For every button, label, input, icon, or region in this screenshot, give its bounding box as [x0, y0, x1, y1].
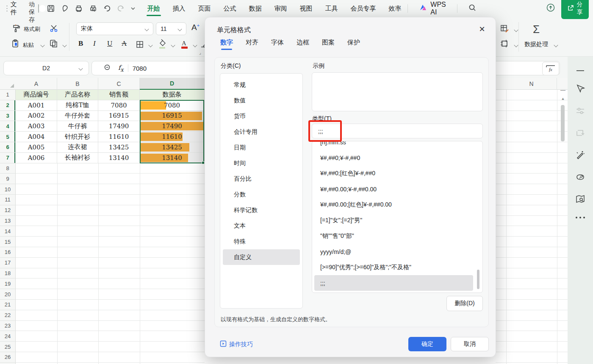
- loop-icon[interactable]: [575, 128, 585, 138]
- column-header-C[interactable]: C: [98, 78, 140, 90]
- row-header-19[interactable]: 19: [0, 279, 16, 289]
- format-item[interactable]: ;;;: [314, 275, 473, 291]
- category-item-常规[interactable]: 常规: [223, 77, 300, 93]
- menu-tab-审阅[interactable]: 审阅: [274, 3, 288, 14]
- data-processing-chevron-icon[interactable]: [554, 43, 558, 47]
- cell-code[interactable]: A004: [16, 132, 57, 142]
- row-header-8[interactable]: 8: [0, 163, 16, 174]
- tips-link[interactable]: 操作技巧: [220, 340, 253, 348]
- category-item-百分比[interactable]: 百分比: [223, 171, 300, 187]
- cell-sales[interactable]: 13425: [98, 142, 140, 153]
- increase-font-icon[interactable]: A+: [191, 23, 200, 32]
- hamburger-menu-icon[interactable]: [7, 6, 7, 11]
- magic-wand-icon[interactable]: [575, 150, 585, 160]
- cell-product[interactable]: 连衣裙: [57, 142, 98, 153]
- row-header-9[interactable]: 9: [0, 174, 16, 184]
- row-header-24[interactable]: 24: [0, 331, 16, 342]
- strikethrough-button[interactable]: A: [122, 39, 127, 48]
- cell-code[interactable]: A006: [16, 153, 57, 163]
- fill-handle[interactable]: [202, 161, 205, 164]
- data-processing-label[interactable]: 数据处理: [524, 41, 548, 48]
- format-item[interactable]: yyyy/m/d;@: [314, 244, 473, 259]
- row-header-17[interactable]: 17: [0, 258, 16, 268]
- table-header-cell[interactable]: 商品编号: [16, 90, 57, 100]
- row-header-15[interactable]: 15: [0, 237, 16, 247]
- file-menu[interactable]: 文件: [11, 0, 17, 17]
- menu-tab-效率[interactable]: 效率: [388, 3, 402, 14]
- row-header-1[interactable]: 1: [0, 90, 16, 100]
- wps-ai-button[interactable]: WPS AI: [418, 1, 446, 16]
- row-header-21[interactable]: 21: [0, 300, 16, 310]
- category-item-特殊[interactable]: 特殊: [223, 234, 300, 249]
- quick-toolbar-chevron-icon[interactable]: [130, 7, 136, 10]
- vscrollbar-thumb[interactable]: [561, 105, 565, 141]
- redo-icon[interactable]: [117, 5, 125, 12]
- menu-tab-会员专享[interactable]: 会员专享: [350, 3, 377, 14]
- format-list-scrollbar-thumb[interactable]: [477, 270, 479, 289]
- column-header-D[interactable]: D: [140, 78, 205, 90]
- leaf-document-icon[interactable]: [575, 172, 585, 182]
- column-header-B[interactable]: B: [57, 78, 98, 90]
- menu-tab-工具[interactable]: 工具: [324, 3, 339, 14]
- category-item-自定义[interactable]: 自定义: [223, 249, 300, 265]
- row-header-3[interactable]: 3: [0, 111, 16, 121]
- category-item-货币[interactable]: 货币: [223, 108, 300, 124]
- column-header-N[interactable]: N: [506, 78, 557, 90]
- font-color-icon[interactable]: A: [180, 39, 189, 51]
- cell-code[interactable]: A001: [16, 100, 57, 111]
- select-cursor-icon[interactable]: [575, 84, 585, 94]
- category-item-数值[interactable]: 数值: [223, 93, 300, 108]
- font-size-select[interactable]: 11: [156, 22, 186, 35]
- menu-tab-视图[interactable]: 视图: [299, 3, 313, 14]
- table-style-chevron-icon[interactable]: [514, 28, 518, 32]
- cell-code[interactable]: A005: [16, 142, 57, 153]
- format-item[interactable]: [>=90]"优秀";[>=60]"及格";"不及格": [314, 259, 473, 275]
- row-header-2[interactable]: 2: [0, 100, 16, 111]
- row-header-13[interactable]: 13: [0, 216, 16, 226]
- ok-button[interactable]: 确定: [408, 337, 446, 351]
- cell-databar[interactable]: 16915: [140, 111, 205, 121]
- row-header-11[interactable]: 11: [0, 195, 16, 205]
- save-icon[interactable]: [47, 4, 55, 13]
- sum-icon[interactable]: Σ: [533, 23, 540, 36]
- table-header-cell[interactable]: 数据条: [140, 90, 205, 100]
- dialog-tab-边框[interactable]: 边框: [296, 39, 309, 50]
- dialog-close-icon[interactable]: ✕: [477, 24, 487, 34]
- name-box[interactable]: D2: [3, 61, 89, 75]
- draw-border-chevron-icon[interactable]: [514, 43, 518, 47]
- cell-sales[interactable]: 13140: [98, 153, 140, 163]
- menu-tab-数据[interactable]: 数据: [248, 3, 263, 14]
- row-header-22[interactable]: 22: [0, 310, 16, 321]
- menu-tab-开始[interactable]: 开始: [147, 3, 161, 14]
- map-search-icon[interactable]: [575, 194, 585, 204]
- print-preview-icon[interactable]: [89, 4, 97, 13]
- paste-chevron-icon[interactable]: [40, 43, 44, 47]
- menu-tab-页面[interactable]: 页面: [197, 3, 212, 14]
- table-header-cell[interactable]: 销售额: [98, 90, 140, 100]
- draw-border-icon[interactable]: [500, 39, 509, 50]
- fill-color-icon[interactable]: [158, 39, 167, 51]
- group-expand-icon[interactable]: ⌟: [199, 50, 201, 55]
- format-painter-icon[interactable]: [12, 24, 21, 35]
- paste-label[interactable]: 粘贴: [23, 41, 34, 49]
- category-item-科学记数[interactable]: 科学记数: [223, 202, 300, 218]
- adjust-settings-icon[interactable]: [575, 106, 585, 116]
- delete-button[interactable]: 删除(D): [446, 296, 483, 311]
- autosave-toggle[interactable]: [38, 4, 39, 13]
- upload-cloud-icon[interactable]: [546, 3, 555, 14]
- category-item-会计专用[interactable]: 会计专用: [223, 124, 300, 140]
- category-item-文本[interactable]: 文本: [223, 218, 300, 234]
- format-painter-label[interactable]: 格式刷: [24, 25, 40, 33]
- menu-tab-插入[interactable]: 插入: [172, 3, 186, 14]
- dialog-tab-图案[interactable]: 图案: [322, 39, 335, 50]
- column-header-A[interactable]: A: [16, 78, 57, 90]
- cell-sales[interactable]: 11610: [98, 132, 140, 142]
- row-header-5[interactable]: 5: [0, 132, 16, 142]
- cell-code[interactable]: A002: [16, 111, 57, 121]
- insert-function-panel-button[interactable]: fx: [542, 62, 559, 75]
- borders-chevron-icon[interactable]: [148, 43, 152, 47]
- select-all-corner[interactable]: [10, 84, 14, 88]
- borders-icon[interactable]: [136, 40, 144, 50]
- export-icon[interactable]: [61, 4, 69, 13]
- paste-icon[interactable]: [11, 39, 20, 50]
